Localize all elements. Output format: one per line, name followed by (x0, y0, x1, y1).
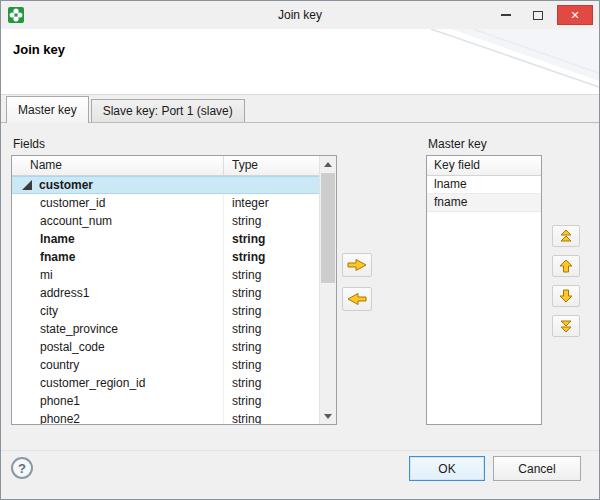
banner-title: Join key (13, 42, 65, 57)
tab-slave-key[interactable]: Slave key: Port 1 (slave) (91, 99, 245, 122)
master-key-table-header: Key field (427, 156, 541, 176)
field-name: phone1 (12, 392, 224, 410)
fields-table-header: Name Type (12, 156, 319, 176)
field-type: string (224, 410, 319, 424)
maximize-icon (533, 11, 543, 20)
field-name: postal_code (12, 338, 224, 356)
table-row[interactable]: customer_idinteger (12, 194, 319, 212)
field-name: country (12, 356, 224, 374)
scroll-up-button[interactable] (320, 156, 336, 172)
move-down-button[interactable] (552, 285, 580, 307)
down-arrow-icon (558, 288, 574, 304)
field-type: string (224, 248, 319, 266)
key-field-row[interactable]: fname (427, 194, 541, 212)
column-header-type[interactable]: Type (224, 156, 319, 175)
field-name: customer_id (12, 194, 224, 212)
column-header-name[interactable]: Name (12, 156, 224, 175)
scrollbar-thumb[interactable] (321, 173, 335, 283)
add-key-button[interactable] (342, 253, 372, 277)
fields-table-body: customer customer_idintegeraccount_numst… (12, 176, 319, 424)
dialog-banner: Join key (1, 29, 599, 95)
field-name: fname (12, 248, 224, 266)
remove-key-button[interactable] (342, 287, 372, 311)
field-type: string (224, 230, 319, 248)
master-key-label: Master key (428, 137, 487, 151)
key-field-row[interactable]: lname (427, 176, 541, 194)
reorder-buttons (552, 225, 580, 337)
field-type: string (224, 266, 319, 284)
field-type: string (224, 302, 319, 320)
caption-buttons: ✕ (493, 5, 593, 25)
field-name: address1 (12, 284, 224, 302)
field-type: string (224, 212, 319, 230)
field-name: city (12, 302, 224, 320)
table-row[interactable]: citystring (12, 302, 319, 320)
cancel-button[interactable]: Cancel (493, 456, 581, 481)
master-key-table: Key field lnamefname (426, 155, 542, 425)
double-up-arrow-icon (558, 229, 574, 243)
right-arrow-icon (345, 257, 369, 273)
left-arrow-icon (345, 291, 369, 307)
field-type: string (224, 284, 319, 302)
tab-master-key[interactable]: Master key (6, 96, 89, 123)
field-type: string (224, 356, 319, 374)
table-row[interactable]: postal_codestring (12, 338, 319, 356)
ok-button[interactable]: OK (409, 456, 485, 481)
table-row[interactable]: customer_region_idstring (12, 374, 319, 392)
field-name: phone2 (12, 410, 224, 424)
master-key-table-body: lnamefname (427, 176, 541, 424)
up-arrow-icon (558, 258, 574, 274)
table-row[interactable]: countrystring (12, 356, 319, 374)
help-button[interactable]: ? (11, 457, 33, 479)
tree-node-label: customer (39, 176, 93, 194)
table-row[interactable]: mistring (12, 266, 319, 284)
field-type: string (224, 338, 319, 356)
minimize-icon (501, 14, 511, 16)
field-type: string (224, 320, 319, 338)
field-name: account_num (12, 212, 224, 230)
column-header-key-field[interactable]: Key field (427, 156, 541, 175)
field-name: customer_region_id (12, 374, 224, 392)
scroll-up-icon (324, 162, 332, 167)
fields-label: Fields (13, 137, 45, 151)
tree-expanded-icon[interactable] (22, 180, 32, 190)
maximize-button[interactable] (525, 5, 551, 25)
move-bottom-button[interactable] (552, 315, 580, 337)
table-row[interactable]: fnamestring (12, 248, 319, 266)
field-name: lname (12, 230, 224, 248)
table-row[interactable]: phone1string (12, 392, 319, 410)
footer-separator (1, 450, 599, 451)
fields-scrollbar[interactable] (319, 156, 336, 424)
banner-graphic (389, 29, 599, 95)
field-name: state_province (12, 320, 224, 338)
table-row[interactable]: state_provincestring (12, 320, 319, 338)
join-key-dialog: Join key ✕ Join key Master key Slave key… (0, 0, 600, 500)
titlebar[interactable]: Join key ✕ (1, 1, 599, 29)
fields-table: Name Type customer customer_idintegeracc… (11, 155, 337, 425)
field-type: string (224, 392, 319, 410)
close-button[interactable]: ✕ (557, 5, 593, 25)
field-name: mi (12, 266, 224, 284)
minimize-button[interactable] (493, 5, 519, 25)
field-type: integer (224, 194, 319, 212)
double-down-arrow-icon (558, 319, 574, 333)
tab-bar: Master key Slave key: Port 1 (slave) (1, 95, 599, 123)
field-type: string (224, 374, 319, 392)
help-icon: ? (18, 461, 26, 476)
move-top-button[interactable] (552, 225, 580, 247)
table-row[interactable]: phone2string (12, 410, 319, 424)
table-row[interactable]: lnamestring (12, 230, 319, 248)
scroll-down-button[interactable] (320, 408, 336, 424)
table-row[interactable]: account_numstring (12, 212, 319, 230)
move-up-button[interactable] (552, 255, 580, 277)
transfer-buttons (342, 253, 372, 311)
table-row[interactable]: address1string (12, 284, 319, 302)
close-icon: ✕ (570, 6, 579, 24)
scroll-down-icon (324, 414, 332, 419)
tree-node-customer[interactable]: customer (12, 176, 319, 194)
